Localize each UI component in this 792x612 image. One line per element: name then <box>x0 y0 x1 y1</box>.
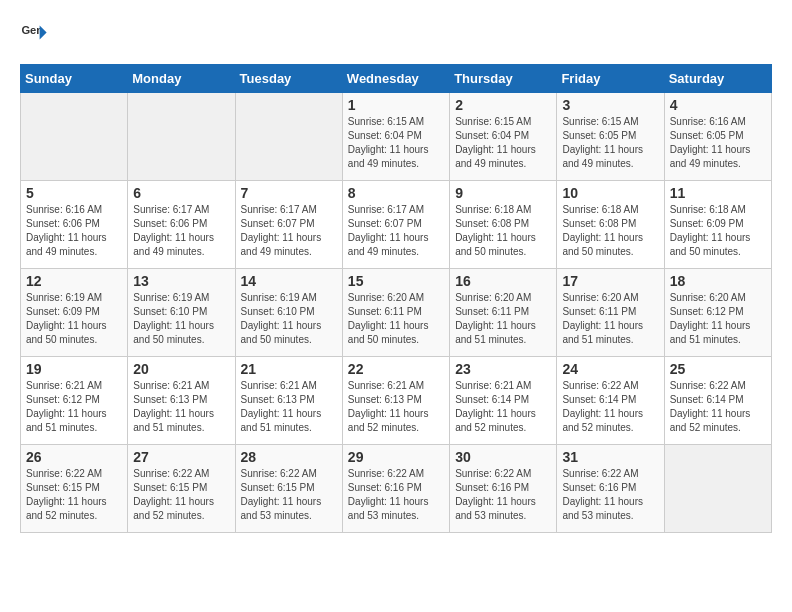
weekday-header-thursday: Thursday <box>450 65 557 93</box>
calendar-cell: 28Sunrise: 6:22 AM Sunset: 6:15 PM Dayli… <box>235 445 342 533</box>
day-info: Sunrise: 6:20 AM Sunset: 6:11 PM Dayligh… <box>348 291 444 347</box>
logo-icon: Gen <box>20 20 48 48</box>
day-number: 21 <box>241 361 337 377</box>
day-info: Sunrise: 6:22 AM Sunset: 6:16 PM Dayligh… <box>348 467 444 523</box>
calendar-cell: 25Sunrise: 6:22 AM Sunset: 6:14 PM Dayli… <box>664 357 771 445</box>
day-number: 11 <box>670 185 766 201</box>
weekday-header-tuesday: Tuesday <box>235 65 342 93</box>
day-info: Sunrise: 6:20 AM Sunset: 6:11 PM Dayligh… <box>562 291 658 347</box>
calendar-cell <box>128 93 235 181</box>
day-number: 18 <box>670 273 766 289</box>
day-info: Sunrise: 6:22 AM Sunset: 6:15 PM Dayligh… <box>26 467 122 523</box>
day-number: 1 <box>348 97 444 113</box>
logo: Gen <box>20 20 52 48</box>
calendar-cell: 24Sunrise: 6:22 AM Sunset: 6:14 PM Dayli… <box>557 357 664 445</box>
day-number: 8 <box>348 185 444 201</box>
calendar-cell: 18Sunrise: 6:20 AM Sunset: 6:12 PM Dayli… <box>664 269 771 357</box>
day-info: Sunrise: 6:22 AM Sunset: 6:15 PM Dayligh… <box>133 467 229 523</box>
day-info: Sunrise: 6:15 AM Sunset: 6:04 PM Dayligh… <box>455 115 551 171</box>
day-info: Sunrise: 6:15 AM Sunset: 6:05 PM Dayligh… <box>562 115 658 171</box>
day-number: 3 <box>562 97 658 113</box>
calendar-cell: 5Sunrise: 6:16 AM Sunset: 6:06 PM Daylig… <box>21 181 128 269</box>
day-number: 5 <box>26 185 122 201</box>
day-number: 31 <box>562 449 658 465</box>
day-number: 13 <box>133 273 229 289</box>
day-info: Sunrise: 6:20 AM Sunset: 6:12 PM Dayligh… <box>670 291 766 347</box>
calendar-cell: 4Sunrise: 6:16 AM Sunset: 6:05 PM Daylig… <box>664 93 771 181</box>
calendar-cell <box>21 93 128 181</box>
day-info: Sunrise: 6:16 AM Sunset: 6:05 PM Dayligh… <box>670 115 766 171</box>
day-number: 23 <box>455 361 551 377</box>
calendar-cell <box>235 93 342 181</box>
calendar-cell: 20Sunrise: 6:21 AM Sunset: 6:13 PM Dayli… <box>128 357 235 445</box>
calendar-cell: 17Sunrise: 6:20 AM Sunset: 6:11 PM Dayli… <box>557 269 664 357</box>
day-number: 26 <box>26 449 122 465</box>
day-info: Sunrise: 6:22 AM Sunset: 6:15 PM Dayligh… <box>241 467 337 523</box>
calendar-cell: 29Sunrise: 6:22 AM Sunset: 6:16 PM Dayli… <box>342 445 449 533</box>
calendar-cell: 14Sunrise: 6:19 AM Sunset: 6:10 PM Dayli… <box>235 269 342 357</box>
day-number: 6 <box>133 185 229 201</box>
day-info: Sunrise: 6:20 AM Sunset: 6:11 PM Dayligh… <box>455 291 551 347</box>
day-number: 14 <box>241 273 337 289</box>
day-number: 10 <box>562 185 658 201</box>
day-info: Sunrise: 6:18 AM Sunset: 6:08 PM Dayligh… <box>562 203 658 259</box>
day-info: Sunrise: 6:22 AM Sunset: 6:14 PM Dayligh… <box>562 379 658 435</box>
calendar-cell: 6Sunrise: 6:17 AM Sunset: 6:06 PM Daylig… <box>128 181 235 269</box>
day-number: 16 <box>455 273 551 289</box>
calendar-cell: 2Sunrise: 6:15 AM Sunset: 6:04 PM Daylig… <box>450 93 557 181</box>
day-info: Sunrise: 6:17 AM Sunset: 6:07 PM Dayligh… <box>348 203 444 259</box>
weekday-header-wednesday: Wednesday <box>342 65 449 93</box>
day-info: Sunrise: 6:18 AM Sunset: 6:09 PM Dayligh… <box>670 203 766 259</box>
calendar-cell: 21Sunrise: 6:21 AM Sunset: 6:13 PM Dayli… <box>235 357 342 445</box>
day-info: Sunrise: 6:22 AM Sunset: 6:16 PM Dayligh… <box>562 467 658 523</box>
calendar-cell: 15Sunrise: 6:20 AM Sunset: 6:11 PM Dayli… <box>342 269 449 357</box>
day-info: Sunrise: 6:16 AM Sunset: 6:06 PM Dayligh… <box>26 203 122 259</box>
calendar-cell: 10Sunrise: 6:18 AM Sunset: 6:08 PM Dayli… <box>557 181 664 269</box>
calendar-cell: 12Sunrise: 6:19 AM Sunset: 6:09 PM Dayli… <box>21 269 128 357</box>
day-number: 20 <box>133 361 229 377</box>
calendar-cell: 3Sunrise: 6:15 AM Sunset: 6:05 PM Daylig… <box>557 93 664 181</box>
calendar-cell: 11Sunrise: 6:18 AM Sunset: 6:09 PM Dayli… <box>664 181 771 269</box>
day-info: Sunrise: 6:19 AM Sunset: 6:10 PM Dayligh… <box>241 291 337 347</box>
page-header: Gen <box>20 20 772 48</box>
day-info: Sunrise: 6:19 AM Sunset: 6:10 PM Dayligh… <box>133 291 229 347</box>
calendar-cell: 31Sunrise: 6:22 AM Sunset: 6:16 PM Dayli… <box>557 445 664 533</box>
day-number: 29 <box>348 449 444 465</box>
day-number: 7 <box>241 185 337 201</box>
calendar-cell: 9Sunrise: 6:18 AM Sunset: 6:08 PM Daylig… <box>450 181 557 269</box>
day-info: Sunrise: 6:21 AM Sunset: 6:14 PM Dayligh… <box>455 379 551 435</box>
calendar-cell: 7Sunrise: 6:17 AM Sunset: 6:07 PM Daylig… <box>235 181 342 269</box>
day-info: Sunrise: 6:17 AM Sunset: 6:06 PM Dayligh… <box>133 203 229 259</box>
weekday-header-saturday: Saturday <box>664 65 771 93</box>
weekday-header-friday: Friday <box>557 65 664 93</box>
calendar-cell: 1Sunrise: 6:15 AM Sunset: 6:04 PM Daylig… <box>342 93 449 181</box>
day-info: Sunrise: 6:21 AM Sunset: 6:13 PM Dayligh… <box>348 379 444 435</box>
day-number: 19 <box>26 361 122 377</box>
calendar-table: SundayMondayTuesdayWednesdayThursdayFrid… <box>20 64 772 533</box>
day-number: 4 <box>670 97 766 113</box>
calendar-cell: 26Sunrise: 6:22 AM Sunset: 6:15 PM Dayli… <box>21 445 128 533</box>
weekday-header-sunday: Sunday <box>21 65 128 93</box>
day-number: 2 <box>455 97 551 113</box>
day-number: 28 <box>241 449 337 465</box>
day-info: Sunrise: 6:21 AM Sunset: 6:12 PM Dayligh… <box>26 379 122 435</box>
weekday-header-monday: Monday <box>128 65 235 93</box>
calendar-cell: 13Sunrise: 6:19 AM Sunset: 6:10 PM Dayli… <box>128 269 235 357</box>
day-number: 22 <box>348 361 444 377</box>
calendar-cell: 8Sunrise: 6:17 AM Sunset: 6:07 PM Daylig… <box>342 181 449 269</box>
calendar-cell: 16Sunrise: 6:20 AM Sunset: 6:11 PM Dayli… <box>450 269 557 357</box>
day-info: Sunrise: 6:18 AM Sunset: 6:08 PM Dayligh… <box>455 203 551 259</box>
calendar-cell <box>664 445 771 533</box>
day-number: 17 <box>562 273 658 289</box>
calendar-cell: 22Sunrise: 6:21 AM Sunset: 6:13 PM Dayli… <box>342 357 449 445</box>
day-info: Sunrise: 6:17 AM Sunset: 6:07 PM Dayligh… <box>241 203 337 259</box>
day-number: 24 <box>562 361 658 377</box>
day-number: 27 <box>133 449 229 465</box>
day-info: Sunrise: 6:21 AM Sunset: 6:13 PM Dayligh… <box>133 379 229 435</box>
day-info: Sunrise: 6:21 AM Sunset: 6:13 PM Dayligh… <box>241 379 337 435</box>
day-number: 15 <box>348 273 444 289</box>
day-info: Sunrise: 6:15 AM Sunset: 6:04 PM Dayligh… <box>348 115 444 171</box>
day-info: Sunrise: 6:22 AM Sunset: 6:16 PM Dayligh… <box>455 467 551 523</box>
calendar-cell: 30Sunrise: 6:22 AM Sunset: 6:16 PM Dayli… <box>450 445 557 533</box>
day-info: Sunrise: 6:19 AM Sunset: 6:09 PM Dayligh… <box>26 291 122 347</box>
